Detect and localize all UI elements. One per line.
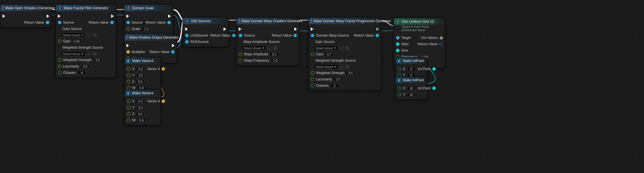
x-pin[interactable] [398,67,401,71]
start-pin[interactable] [396,42,399,46]
return-value-pin[interactable] [171,50,175,54]
node-header[interactable]: ◧ Make Vector4 [125,90,161,96]
node-header[interactable]: f Gen Uniform Grid 2D [394,18,445,25]
amp-source-asset-picker[interactable]: Select Asset▾ ⌕ ⊙ [242,46,299,50]
ws-source-asset-picker[interactable]: Select Asset▾ ⌕ ⊙ [314,64,381,69]
exec-out-pin[interactable] [223,27,226,31]
warp-frequency-pin[interactable] [239,59,242,62]
node-header[interactable]: f Make Position Output Generator [124,34,177,41]
size-pin[interactable] [396,49,399,52]
target-pin[interactable] [396,36,399,40]
source-pin[interactable] [126,21,130,24]
exec-out-pin[interactable] [294,27,297,31]
exec-in-pin[interactable] [58,14,60,18]
octaves-pin[interactable] [58,71,61,74]
browse-icon[interactable]: ⌕ [267,46,272,50]
use-selected-icon[interactable]: ⊙ [92,52,97,56]
node-make-intpoint-b[interactable]: ◧ Make IntPoint X16 Int Point Y16 [395,76,427,100]
source-pin[interactable] [239,34,242,37]
gain-source-asset-picker[interactable]: Select Asset▾ ⌕ ⊙ [61,33,116,37]
use-selected-icon[interactable]: ⊙ [345,46,350,50]
node-header[interactable]: f Domain Scale [124,5,173,11]
lacunarity-pin[interactable] [311,78,314,81]
node-header[interactable]: f Make Domain Warp Fractal Progressive G… [308,18,381,24]
use-selected-icon[interactable]: ⊙ [345,65,350,69]
scale-value[interactable]: 1.0 [142,27,151,31]
return-value-pin[interactable] [293,34,297,37]
node-warp-fractal[interactable]: f Make Domain Warp Fractal Progressive G… [308,17,382,91]
lacunarity-value[interactable]: 4.5 [81,64,89,68]
multiplier-pin[interactable] [126,50,130,54]
lacunarity-pin[interactable] [58,65,61,68]
exec-out-pin[interactable] [111,14,114,18]
return-value-pin[interactable] [110,21,114,24]
y-pin[interactable] [127,106,130,109]
node-header[interactable]: f Make Open Simplex 2Generator [0,5,52,11]
w-pin[interactable] [127,119,130,122]
return-value-pin[interactable] [439,42,443,46]
node-open-simplex[interactable]: f Make Open Simplex 2Generator Return Va… [0,4,52,28]
node-header[interactable]: f Make Fractal FBm Generator [56,5,116,11]
exec-in-pin[interactable] [126,44,129,47]
exec-in-pin[interactable] [311,27,313,31]
exec-in-pin[interactable] [3,14,5,18]
intpoint-out-pin[interactable] [432,86,436,90]
z-pin[interactable] [127,112,130,116]
node-header[interactable]: f Make Domain Warp Gradient Generator [236,18,299,24]
y-pin[interactable] [398,93,401,96]
node-domain-scale[interactable]: f Domain Scale Source Return Value Scale… [124,4,173,34]
x-pin[interactable] [398,86,401,90]
node-make-vector4-b[interactable]: ◧ Make Vector4 X0.0 Vector 4 Y0.0 Z0.0 W… [124,89,161,125]
browse-icon[interactable]: ⌕ [86,52,91,56]
return-value-pin[interactable] [46,21,49,24]
browse-icon[interactable]: ⌕ [339,46,344,50]
use-selected-icon[interactable]: ⊙ [273,46,278,50]
y-pin[interactable] [127,74,130,77]
vector4-out-pin[interactable] [162,67,165,71]
use-selected-icon[interactable]: ⊙ [92,33,97,37]
ws-source-asset-picker[interactable]: Select Asset▾ ⌕ ⊙ [61,51,116,56]
node-header[interactable]: ◧ Make Vector4 [125,57,161,64]
octaves-pin[interactable] [311,84,314,87]
browse-icon[interactable]: ⌕ [339,65,344,69]
gain-value[interactable]: 0.65 [72,39,81,43]
function-icon: f [126,35,127,40]
return-value-pin[interactable] [167,21,171,24]
exec-out-pin[interactable] [168,14,171,18]
exec-out-pin[interactable] [172,44,175,47]
gain-pin[interactable] [311,52,314,56]
node-header[interactable]: ◧ Make IntPoint [395,77,427,83]
ws-pin[interactable] [311,71,314,75]
dws-pin[interactable] [311,34,314,37]
warp-amplitude-pin[interactable] [239,52,242,56]
scale-pin[interactable] [126,27,130,31]
source-pin[interactable] [58,21,61,24]
exec-out-pin[interactable] [376,27,379,31]
return-value-pin[interactable] [376,34,379,37]
intpoint-out-pin[interactable] [432,67,436,71]
exec-in-pin[interactable] [239,27,241,31]
gain-source-asset-picker[interactable]: Select Asset▾ ⌕ ⊙ [314,46,381,50]
node-add-sources[interactable]: f Add Sources LHSSource Return Value RHS… [183,17,229,47]
octaves-value[interactable]: 4 [77,71,86,75]
node-header[interactable]: f Add Sources [183,18,228,24]
exec-in-pin[interactable] [126,14,129,18]
node-fractal-fbm[interactable]: f Make Fractal FBm Generator Source Retu… [55,4,116,78]
out-values-pin[interactable] [440,36,443,40]
z-pin[interactable] [127,80,130,83]
x-pin[interactable] [127,99,130,103]
return-value-pin[interactable] [232,34,236,37]
exec-out-pin[interactable] [47,14,49,18]
x-pin[interactable] [127,67,130,71]
gain-pin[interactable] [58,40,61,43]
lhs-pin[interactable] [185,34,189,37]
exec-in-pin[interactable] [185,27,188,31]
vector4-out-pin[interactable] [162,99,165,103]
ws-value[interactable]: 0.5 [93,58,102,62]
node-header[interactable]: ◧ Make IntPoint [395,57,427,64]
node-make-vector4-a[interactable]: ◧ Make Vector4 X0.0 Vector 4 Y3.0 Z0.0 W… [124,57,161,93]
rhs-pin[interactable] [185,40,189,44]
node-warp-gradient[interactable]: f Make Domain Warp Gradient Generator So… [236,17,300,66]
ws-pin[interactable] [58,58,61,62]
browse-icon[interactable]: ⌕ [86,33,91,37]
